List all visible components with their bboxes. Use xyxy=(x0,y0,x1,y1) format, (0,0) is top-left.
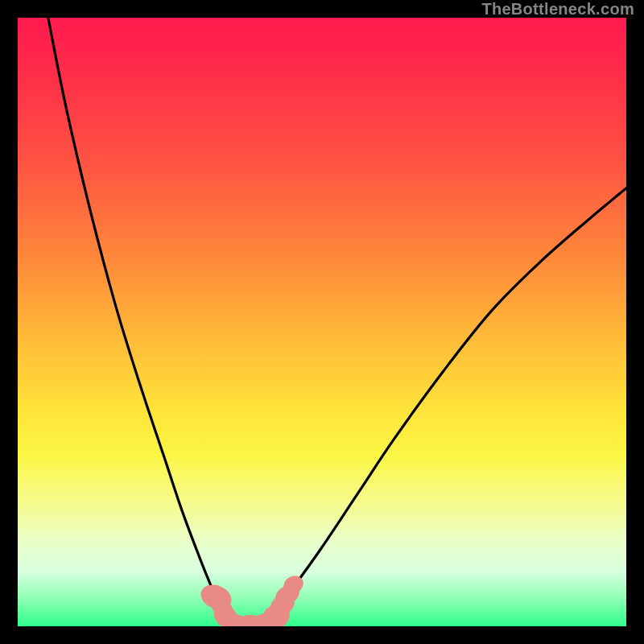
watermark-text: TheBottleneck.com xyxy=(481,0,634,19)
beads-group xyxy=(197,572,307,626)
plot-frame xyxy=(18,18,626,626)
curves-group xyxy=(48,18,626,626)
curve-right-curve xyxy=(261,188,626,626)
curve-left-curve xyxy=(48,18,237,626)
plot-svg xyxy=(18,18,626,626)
